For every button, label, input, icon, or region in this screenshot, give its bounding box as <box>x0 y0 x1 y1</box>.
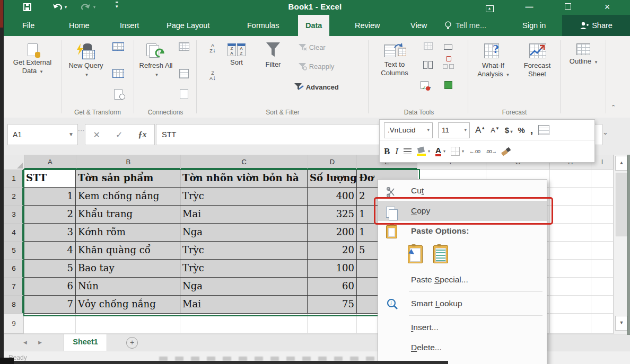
row-header-5[interactable]: 5 <box>4 242 24 260</box>
tab-view[interactable]: View <box>403 15 434 36</box>
menu-item-copy[interactable]: Copy <box>378 201 547 221</box>
cell-I3[interactable] <box>591 206 614 224</box>
cell-C3[interactable]: Mai <box>180 206 308 224</box>
name-box[interactable]: A1▼ <box>7 124 78 145</box>
outline-button[interactable]: Outline <box>566 43 600 66</box>
cell-A3[interactable]: 2 <box>24 206 76 224</box>
cell-A2[interactable]: 1 <box>24 188 76 206</box>
cell-B9[interactable] <box>76 314 180 334</box>
cell-C1[interactable]: Tờn nhõn viờn bỏn hà <box>180 170 308 188</box>
remove-duplicates-icon[interactable] <box>441 41 455 53</box>
paste-values-icon[interactable] <box>433 245 448 263</box>
vertical-scroll-thumb[interactable] <box>616 173 627 236</box>
cell-I1[interactable] <box>591 170 614 188</box>
cell-B6[interactable]: Bao tay <box>76 260 180 278</box>
shrink-font-button[interactable]: A▼ <box>491 126 500 134</box>
connection-properties-icon[interactable] <box>177 42 191 54</box>
cell-D4[interactable]: 200 <box>308 224 357 242</box>
cell-D7[interactable]: 60 <box>308 278 357 296</box>
expand-formula-bar-icon[interactable]: ⌄ <box>602 128 608 136</box>
cell-A9[interactable] <box>24 314 76 334</box>
sign-in-button[interactable]: Sign in <box>522 15 546 36</box>
cell-D2[interactable]: 400 <box>308 188 357 206</box>
relationships-icon[interactable] <box>441 60 455 72</box>
data-validation-icon[interactable]: ✓▾ <box>419 81 433 92</box>
cell-D1[interactable]: Số lượng <box>308 170 357 188</box>
properties-icon[interactable] <box>177 69 191 81</box>
sort-descending-icon[interactable]: ZA↓ <box>206 71 220 83</box>
cell-C9[interactable] <box>180 314 308 334</box>
new-query-button[interactable]: New Query <box>67 43 105 79</box>
sheet-tab-sheet1[interactable]: Sheet1 <box>64 334 107 352</box>
row-header-6[interactable]: 6 <box>4 260 24 278</box>
sort-button[interactable]: ZA AZ Sort <box>224 43 249 67</box>
cancel-button[interactable]: ✕ <box>93 130 100 140</box>
font-size-select[interactable]: 11▾ <box>438 122 470 138</box>
cell-B3[interactable]: Khẩu trang <box>76 206 180 224</box>
paste-formatting-icon[interactable] <box>408 245 423 263</box>
decrease-decimal-button[interactable]: .00→ <box>486 148 497 154</box>
cell-D6[interactable]: 100 <box>308 260 357 278</box>
cell-C4[interactable]: Nga <box>180 224 308 242</box>
cell-C5[interactable]: Trỳc <box>180 242 308 260</box>
column-header-D[interactable]: D <box>308 155 357 170</box>
minimize-button[interactable]: — <box>517 0 541 15</box>
cell-A6[interactable]: 5 <box>24 260 76 278</box>
cell-B1[interactable]: Tờn sản phẩm <box>76 170 180 188</box>
menu-item-insert[interactable]: Insert... <box>378 317 547 338</box>
cell-I6[interactable] <box>591 260 614 278</box>
select-all-corner[interactable] <box>4 155 24 170</box>
manage-data-model-icon[interactable] <box>441 81 455 92</box>
italic-button[interactable]: I <box>395 146 398 157</box>
percent-style-button[interactable]: % <box>518 126 524 135</box>
row-header-2[interactable]: 2 <box>4 188 24 206</box>
borders-caret[interactable]: ▾ <box>462 149 464 154</box>
tab-file[interactable]: File <box>15 15 42 36</box>
tab-data[interactable]: Data <box>298 15 329 36</box>
cell-D5[interactable]: 20 <box>308 242 357 260</box>
column-header-B[interactable]: B <box>76 155 181 170</box>
cell-H3[interactable] <box>550 206 591 224</box>
tab-insert[interactable]: Insert <box>112 15 146 36</box>
font-name-select[interactable]: .VnLucid▾ <box>384 122 433 138</box>
collapse-ribbon-button[interactable]: ⌃ <box>611 104 616 111</box>
menu-item-delete[interactable]: Delete... <box>378 338 547 358</box>
borders-icon[interactable] <box>451 147 460 156</box>
cell-H2[interactable] <box>550 188 591 206</box>
row-header-8[interactable]: 8 <box>4 296 24 314</box>
center-align-icon[interactable] <box>404 148 412 154</box>
previous-sheet-button[interactable]: ◄ <box>22 339 28 345</box>
cell-B5[interactable]: Khăn quàng cổ <box>76 242 180 260</box>
tab-page-layout[interactable]: Page Layout <box>159 15 217 36</box>
format-table-icon[interactable] <box>538 125 549 135</box>
menu-item-cut[interactable]: Cut <box>378 181 547 201</box>
vertical-scrollbar[interactable]: ▲ ▼ <box>614 155 628 334</box>
menu-item-smart-lookup[interactable]: iSmart Lookup <box>378 294 547 314</box>
share-button[interactable]: Share <box>562 15 630 36</box>
consolidate-icon[interactable] <box>421 60 435 72</box>
cell-C2[interactable]: Trỳc <box>180 188 308 206</box>
comma-style-button[interactable]: , <box>530 124 533 136</box>
tell-me-box[interactable]: Tell me... <box>444 15 486 36</box>
text-to-columns-button[interactable]: Text to Columns <box>372 43 417 77</box>
insert-function-button[interactable]: ƒx <box>138 130 146 139</box>
row-header-7[interactable]: 7 <box>4 278 24 296</box>
cell-I5[interactable] <box>591 242 614 260</box>
ribbon-display-options-button[interactable]: ▴ <box>477 0 502 15</box>
cell-B8[interactable]: Vỏy chống nắng <box>76 296 180 314</box>
cell-H4[interactable] <box>550 224 591 242</box>
font-color-caret[interactable]: ▾ <box>443 149 445 154</box>
tab-formulas[interactable]: Formulas <box>240 15 286 36</box>
cell-A8[interactable]: 7 <box>24 296 76 314</box>
cell-B7[interactable]: Nún <box>76 278 180 296</box>
cell-A5[interactable]: 4 <box>24 242 76 260</box>
refresh-all-button[interactable]: Refresh All <box>138 43 174 79</box>
close-button[interactable]: × <box>595 0 619 15</box>
cell-B2[interactable]: Kem chống nắng <box>76 188 180 206</box>
cell-B4[interactable]: Kớnh rõm <box>76 224 180 242</box>
cell-H8[interactable] <box>550 296 591 314</box>
tab-home[interactable]: Home <box>62 15 97 36</box>
cell-D9[interactable] <box>308 314 357 334</box>
new-sheet-button[interactable]: + <box>126 337 138 349</box>
row-header-9[interactable]: 9 <box>4 314 24 334</box>
